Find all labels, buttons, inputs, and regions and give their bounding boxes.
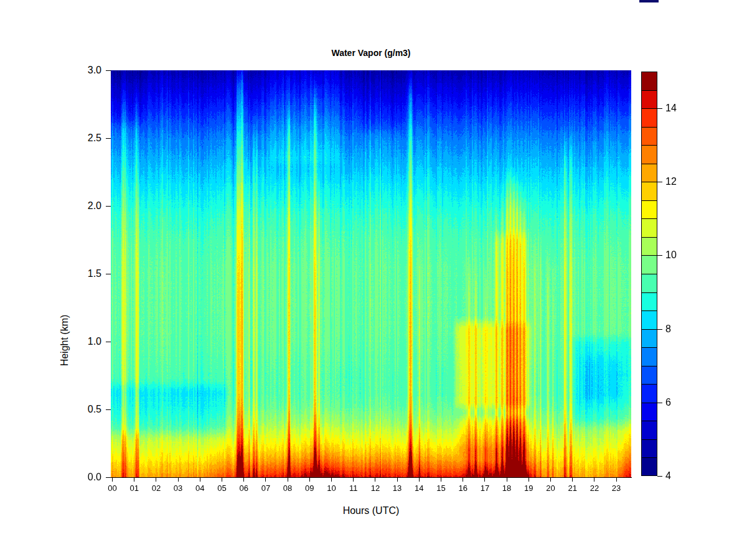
x-tick-label: 16 [455,483,471,493]
x-tick-label: 18 [499,483,515,493]
x-tick-label: 23 [608,483,624,493]
x-tick-mark [419,477,420,482]
x-tick-mark [112,477,113,482]
y-tick-mark [106,409,111,410]
x-tick-mark [309,477,310,482]
colorbar-tick-label: 4 [665,470,671,482]
y-tick-label: 3.0 [74,65,101,76]
y-tick-mark [106,274,111,274]
x-tick-label: 12 [367,483,383,493]
x-tick-mark [616,477,617,482]
y-tick-mark [106,70,111,71]
x-tick-label: 09 [301,483,317,493]
y-tick-mark [106,477,111,478]
y-tick-label: 2.0 [74,200,101,212]
x-tick-label: 08 [280,483,296,493]
x-tick-mark [463,477,463,482]
x-tick-mark [265,477,266,482]
x-tick-mark [529,477,529,482]
x-tick-mark [331,477,332,482]
x-tick-label: 04 [192,483,208,493]
y-tick-label: 1.5 [74,268,101,279]
colorbar-tick-mark [657,108,662,109]
x-tick-label: 11 [345,483,362,493]
chart-title: Water Vapor (g/m3) [0,48,742,58]
x-tick-label: 22 [586,483,603,493]
y-tick-label: 0.0 [74,472,101,483]
colorbar-tick-mark [657,182,662,182]
x-tick-label: 01 [126,483,143,493]
colorbar-tick-mark [657,476,662,477]
x-tick-label: 20 [543,483,559,493]
x-tick-label: 13 [389,483,405,493]
x-tick-mark [484,477,485,482]
x-tick-label: 19 [520,483,537,493]
x-tick-label: 10 [324,483,340,493]
x-tick-label: 00 [105,483,121,493]
y-tick-mark [106,206,111,207]
x-tick-label: 02 [148,483,164,493]
x-tick-label: 14 [411,483,427,493]
y-tick-label: 2.5 [74,133,101,144]
x-tick-label: 15 [433,483,449,493]
x-tick-mark [134,477,134,482]
colorbar-tick-label: 8 [665,324,671,335]
colorbar-tick-label: 12 [665,176,677,187]
colorbar [641,72,657,476]
x-tick-mark [594,477,594,482]
x-tick-label: 17 [477,483,493,493]
x-tick-mark [441,477,441,482]
colorbar-tick-mark [657,255,662,256]
colorbar-tick-label: 14 [665,103,677,114]
colorbar-tick-mark [657,329,662,330]
x-tick-label: 21 [565,483,581,493]
x-tick-mark [200,477,200,482]
y-tick-mark [106,138,111,139]
colorbar-tick-label: 10 [665,250,677,261]
x-tick-mark [178,477,179,482]
x-tick-mark [156,477,156,482]
x-tick-mark [550,477,551,482]
x-tick-mark [572,477,573,482]
y-tick-label: 1.0 [74,336,101,347]
figure: Water Vapor (g/m3) 000102030405060708091… [0,0,747,560]
x-tick-mark [507,477,507,482]
x-tick-label: 07 [258,483,274,493]
x-axis-line [111,477,632,478]
x-tick-mark [375,477,375,482]
heatmap-canvas [111,70,631,477]
x-tick-mark [288,477,288,482]
x-axis-title: Hours (UTC) [0,505,742,516]
x-tick-mark [353,477,354,482]
colorbar-tick-label: 6 [665,397,671,408]
colorbar-tick-mark [657,403,662,403]
x-tick-label: 06 [236,483,252,493]
x-tick-mark [222,477,222,482]
y-axis-title: Height (km) [59,315,70,366]
x-tick-label: 05 [214,483,230,493]
x-tick-label: 03 [170,483,186,493]
cropped-artifact [639,0,659,2]
y-tick-mark [106,342,111,342]
x-tick-mark [397,477,398,482]
x-tick-mark [243,477,244,482]
y-tick-label: 0.5 [74,404,101,415]
